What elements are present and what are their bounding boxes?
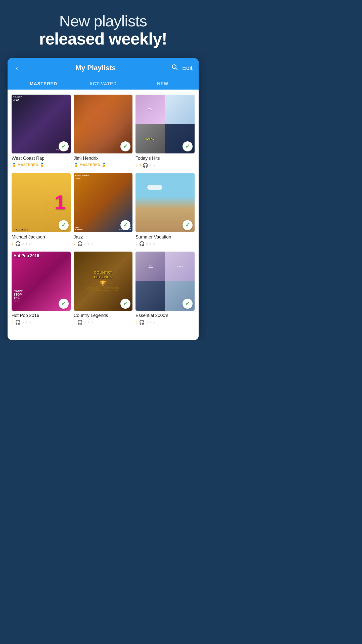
hero-section: New playlists released weekly! <box>0 0 206 58</box>
playlist-status: ♪ ♪ 🎧 ♪ ♪ <box>135 163 195 168</box>
playlist-status: ♪ 🎧 ♪ ♪ ♪ <box>74 319 133 325</box>
playlist-name: Jimi Hendrix <box>74 155 133 161</box>
list-item[interactable]: T.S. LMFAO Today's Hits ♪ ♪ 🎧 ♪ ♪ <box>135 95 195 168</box>
bottom-space <box>8 330 199 340</box>
tabs-bar: MASTERED ACTIVATED NEW <box>14 78 193 90</box>
list-item[interactable]: COUNTRYLEGENDS 🏆 JOHNNY CASH · KENNY ROG… <box>74 252 133 325</box>
playlist-status: ♪ 🎧 ♪ ♪ ♪ <box>135 319 195 325</box>
playlist-status: 🏅 MASTERED 🏅 <box>74 163 133 167</box>
playlist-name: Michael Jackson <box>12 234 71 240</box>
list-item[interactable]: ♪ Jimi Hendrix 🏅 MASTERED 🏅 <box>74 95 133 168</box>
edit-button[interactable]: Edit <box>182 64 193 71</box>
playlist-status: ♪ 🎧 ♪ ♪ ♪ <box>12 241 71 247</box>
playlist-status: 🏅 MASTERED 🏅 <box>12 163 71 167</box>
header-actions: Edit <box>171 64 193 72</box>
playlist-cover <box>135 173 195 232</box>
playlist-name: West Coast Rap <box>12 155 71 161</box>
check-badge <box>120 299 130 309</box>
playlist-cover: LADYGAGA USHER <box>135 252 195 311</box>
playlist-cover: DR. DRE 2Pac THE BEST OF <box>12 95 71 154</box>
list-item[interactable]: DR. DRE 2Pac THE BEST OF West Coast Rap … <box>12 95 71 168</box>
list-item[interactable]: ETTA JAMESat last! AMYWINEHOUSE TONYBENN… <box>74 173 133 247</box>
playlist-status: ♪ 🎧 ♪ ♪ ♪ <box>12 319 71 325</box>
playlist-name: Jazz <box>74 234 133 240</box>
page-title: My Playlists <box>75 64 116 72</box>
playlist-cover: ETTA JAMESat last! AMYWINEHOUSE TONYBENN… <box>74 173 133 232</box>
playlist-name: Essential 2000's <box>135 313 195 318</box>
app-header: ‹ My Playlists Edit MASTERED ACTIVATED N… <box>8 58 199 90</box>
playlist-cover: THE JACKSON 1 <box>12 173 71 232</box>
svg-line-1 <box>176 68 177 70</box>
app-container: ‹ My Playlists Edit MASTERED ACTIVATED N… <box>8 58 199 340</box>
playlist-cover: COUNTRYLEGENDS 🏆 JOHNNY CASH · KENNY ROG… <box>74 252 133 311</box>
tab-mastered[interactable]: MASTERED <box>14 78 73 90</box>
playlists-grid: DR. DRE 2Pac THE BEST OF West Coast Rap … <box>8 90 199 330</box>
playlist-cover: T.S. LMFAO <box>135 95 195 154</box>
list-item[interactable]: Hot Pop 2016 CAN'TSTOPTHEFEEL Hot Pop 20… <box>12 252 71 325</box>
search-button[interactable] <box>171 64 178 72</box>
playlist-name: Summer Vacation <box>135 234 195 240</box>
check-badge <box>59 220 69 230</box>
playlist-name: Hot Pop 2016 <box>12 313 71 318</box>
tab-new[interactable]: NEW <box>133 78 193 90</box>
playlist-cover: Hot Pop 2016 CAN'TSTOPTHEFEEL <box>12 252 71 311</box>
tab-activated[interactable]: ACTIVATED <box>73 78 133 90</box>
hero-title-line1: New playlists <box>8 13 199 30</box>
check-badge <box>120 220 130 230</box>
playlist-status: ♪ 🎧 ♪ ♪ ♪ <box>135 241 195 247</box>
back-button[interactable]: ‹ <box>14 63 20 73</box>
check-badge <box>59 299 69 309</box>
playlist-status: ♪ 🎧 ♪ ♪ ♪ <box>74 241 133 247</box>
list-item[interactable]: LADYGAGA USHER Essential 2000's ♪ 🎧 ♪ ♪ … <box>135 252 195 325</box>
check-badge <box>183 220 193 230</box>
playlist-name: Country Legends <box>74 313 133 318</box>
playlist-name: Today's Hits <box>135 155 195 161</box>
hero-title-line2: released weekly! <box>8 30 199 48</box>
page-footer <box>0 340 206 355</box>
list-item[interactable]: Summer Vacation ♪ 🎧 ♪ ♪ ♪ <box>135 173 195 247</box>
playlist-cover: ♪ <box>74 95 133 154</box>
header-row: ‹ My Playlists Edit <box>14 63 193 78</box>
check-badge <box>59 141 69 151</box>
list-item[interactable]: THE JACKSON 1 Michael Jackson ♪ 🎧 ♪ ♪ ♪ <box>12 173 71 247</box>
check-badge <box>183 299 193 309</box>
